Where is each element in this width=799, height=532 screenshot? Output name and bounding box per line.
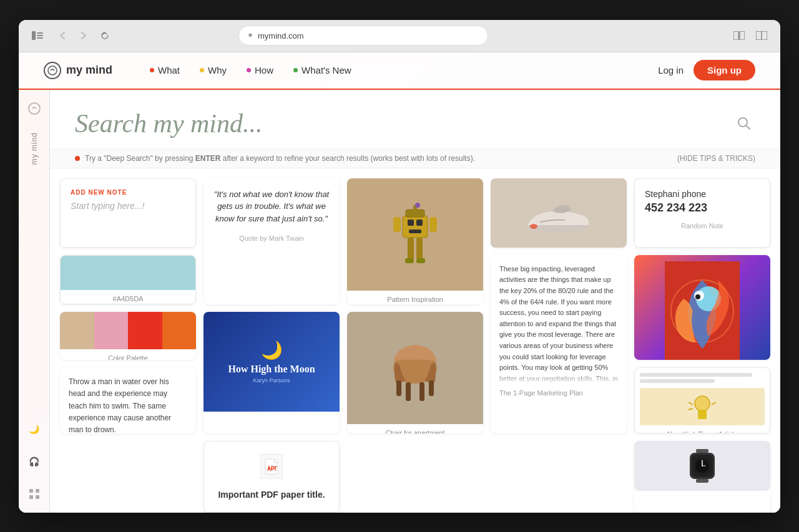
color-block-4 bbox=[162, 312, 197, 349]
sidebar-icon-headphones[interactable]: 🎧 bbox=[26, 453, 43, 470]
address-bar[interactable]: mymind.com bbox=[238, 26, 488, 46]
prose-quote-card[interactable]: Throw a man in water over his head and t… bbox=[60, 367, 196, 433]
svg-rect-3 bbox=[37, 37, 43, 39]
svg-line-43 bbox=[689, 402, 693, 405]
svg-line-45 bbox=[712, 402, 716, 405]
color-palette-card[interactable]: Color Palette bbox=[60, 312, 196, 360]
url-text: mymind.com bbox=[258, 31, 304, 41]
forward-button[interactable] bbox=[75, 27, 92, 44]
svg-rect-12 bbox=[29, 495, 33, 499]
color-swatch-label: #A4D5DA bbox=[61, 290, 195, 304]
tips-dot bbox=[75, 156, 80, 161]
svg-rect-2 bbox=[37, 35, 43, 36]
nyt-article-label: New York Times Article bbox=[640, 425, 765, 433]
nav-dot-why bbox=[200, 68, 204, 72]
sidebar-toggle-button[interactable] bbox=[29, 27, 46, 44]
browser-right-controls bbox=[730, 27, 770, 44]
svg-rect-23 bbox=[415, 203, 420, 208]
nav-links: What Why How What's New bbox=[150, 65, 658, 75]
svg-rect-5 bbox=[740, 31, 745, 40]
search-button[interactable] bbox=[733, 112, 755, 135]
hide-tips-button[interactable]: (HIDE TIPS & TRICKS) bbox=[677, 154, 755, 163]
svg-rect-26 bbox=[408, 238, 414, 259]
login-button[interactable]: Log in bbox=[658, 65, 684, 75]
logo[interactable]: my mind bbox=[44, 62, 112, 79]
svg-rect-24 bbox=[393, 217, 401, 232]
content-area: Search my mind... Try a "Deep Search" by… bbox=[50, 90, 780, 513]
svg-point-41 bbox=[695, 396, 710, 411]
pdf-title: Important PDF paper title. bbox=[214, 490, 329, 500]
nav-link-how[interactable]: How bbox=[247, 65, 273, 75]
marketing-text-card[interactable]: These big impacting, leveraged activitie… bbox=[491, 255, 627, 433]
new-note-card[interactable]: ADD NEW NOTE Start typing here...! bbox=[60, 178, 196, 248]
svg-rect-25 bbox=[429, 217, 437, 232]
back-button[interactable] bbox=[54, 27, 71, 44]
svg-line-15 bbox=[746, 125, 750, 129]
nav-label-how: How bbox=[255, 65, 273, 75]
reader-view-button[interactable] bbox=[730, 27, 748, 44]
color-swatch-card[interactable]: #A4D5DA bbox=[60, 255, 196, 304]
sidebar-label-mymind: my mind bbox=[30, 132, 39, 165]
page-content: my mind What Why How What's New bbox=[19, 52, 780, 513]
svg-point-40 bbox=[695, 294, 700, 299]
sidebar-icon-moon[interactable]: 🌙 bbox=[26, 420, 43, 438]
pdf-card[interactable]: Important PDF paper title. bbox=[203, 441, 340, 513]
nav-link-why[interactable]: Why bbox=[200, 65, 227, 75]
logo-icon bbox=[44, 62, 61, 79]
note-placeholder: Start typing here...! bbox=[71, 201, 185, 211]
art-portrait-image bbox=[634, 255, 770, 360]
nav-dot-what bbox=[150, 68, 154, 72]
color-block-1 bbox=[60, 312, 94, 349]
svg-rect-13 bbox=[36, 495, 39, 499]
robot-label: Pattern Inspiration bbox=[347, 291, 483, 305]
nav-dot-whats-new bbox=[293, 68, 298, 72]
sneaker-card[interactable]: Leather Sneaker bbox=[491, 178, 627, 248]
svg-point-35 bbox=[530, 224, 537, 229]
navigation-bar: my mind What Why How What's New bbox=[19, 52, 780, 90]
book-cover-image: 🌙 How High the Moon Karyn Parsons bbox=[203, 312, 340, 412]
robot-image bbox=[347, 178, 483, 291]
svg-rect-47 bbox=[696, 479, 708, 483]
watch-card[interactable] bbox=[634, 441, 770, 513]
left-sidebar: my mind 🌙 🎧 bbox=[19, 90, 50, 513]
art-portrait-card[interactable]: Modern Art Portrait bbox=[634, 255, 770, 360]
color-block-3 bbox=[128, 312, 162, 349]
nav-dot-how bbox=[247, 68, 251, 72]
pdf-icon bbox=[214, 454, 329, 485]
nav-label-whats-new: What's New bbox=[301, 65, 351, 75]
split-view-button[interactable] bbox=[753, 27, 770, 44]
book-card[interactable]: 🌙 How High the Moon Karyn Parsons bbox=[203, 312, 340, 433]
chair-card[interactable]: Chair for apartment bbox=[347, 312, 483, 433]
svg-rect-32 bbox=[419, 382, 424, 401]
svg-rect-28 bbox=[405, 258, 414, 263]
robot-card[interactable]: Pattern Inspiration bbox=[347, 178, 483, 305]
svg-rect-10 bbox=[29, 489, 33, 493]
signup-button[interactable]: Sign up bbox=[694, 60, 755, 80]
masonry-grid: ADD NEW NOTE Start typing here...! #A4D5… bbox=[50, 168, 780, 513]
prose-quote-text: Throw a man in water over his head and t… bbox=[69, 376, 187, 433]
svg-rect-33 bbox=[396, 380, 401, 396]
chair-image bbox=[347, 312, 483, 424]
svg-rect-27 bbox=[416, 238, 423, 259]
contact-card[interactable]: Stephani phone 452 234 223 Random Note bbox=[634, 178, 770, 248]
svg-line-44 bbox=[689, 409, 693, 410]
nav-link-what[interactable]: What bbox=[150, 65, 180, 75]
nav-label-why: Why bbox=[208, 65, 227, 75]
quote-card[interactable]: "It's not what we don't know that gets u… bbox=[203, 178, 340, 305]
svg-rect-17 bbox=[403, 216, 428, 238]
tips-text: Try a "Deep Search" by pressing ENTER af… bbox=[75, 154, 475, 163]
sidebar-icon-grid[interactable] bbox=[26, 485, 43, 503]
contact-name: Stephani phone bbox=[645, 189, 760, 199]
search-title[interactable]: Search my mind... bbox=[75, 109, 263, 138]
svg-point-8 bbox=[48, 66, 57, 75]
nyt-article-card[interactable]: New York Times Article bbox=[634, 367, 770, 433]
nav-auth: Log in Sign up bbox=[658, 60, 755, 80]
nav-label-what: What bbox=[158, 65, 180, 75]
random-note-label: Random Note bbox=[645, 222, 760, 230]
svg-rect-18 bbox=[408, 220, 414, 226]
svg-rect-19 bbox=[416, 220, 423, 226]
quote-text: "It's not what we don't know that gets u… bbox=[203, 178, 340, 235]
watch-image bbox=[634, 441, 770, 491]
refresh-button[interactable] bbox=[96, 27, 114, 44]
nav-link-whats-new[interactable]: What's New bbox=[293, 65, 351, 75]
